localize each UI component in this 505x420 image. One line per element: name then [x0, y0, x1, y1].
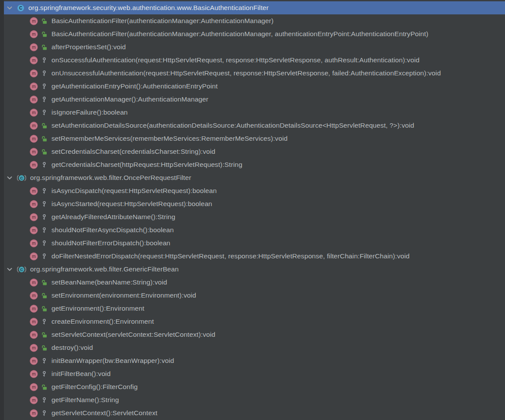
protected-key-icon [41, 240, 48, 247]
svg-text:m: m [32, 71, 36, 76]
tree-method-row[interactable]: monUnsuccessfulAuthentication(request:Ht… [4, 67, 505, 80]
tree-method-row[interactable]: msetCredentialsCharset(credentialsCharse… [4, 145, 505, 158]
svg-text:m: m [32, 306, 36, 311]
method-signature: getServletContext():ServletContext [51, 409, 157, 417]
tree-method-row[interactable]: msetEnvironment(environment:Environment)… [4, 289, 505, 302]
tree-method-row[interactable]: misAsyncStarted(request:HttpServletReque… [4, 197, 505, 210]
protected-key-icon [41, 96, 48, 103]
tree-method-row[interactable]: mshouldNotFilterErrorDispatch():boolean [4, 237, 505, 250]
tree-method-row[interactable]: mdoFilterNestedErrorDispatch(request:Htt… [4, 250, 505, 263]
group-label: org.springframework.security.web.authent… [28, 4, 269, 12]
public-lock-icon [41, 384, 48, 390]
chevron-down-icon[interactable] [6, 265, 14, 273]
tree-method-row[interactable]: mgetFilterConfig():FilterConfig [4, 380, 505, 393]
tree-method-row[interactable]: mshouldNotFilterAsyncDispatch():boolean [4, 224, 505, 237]
tree-method-row[interactable]: msetBeanName(beanName:String):void [4, 276, 505, 289]
protected-key-icon [41, 83, 48, 90]
method-icon: m [30, 318, 38, 326]
class-icon: C [17, 4, 24, 12]
method-signature: setServletContext(servletContext:Servlet… [51, 331, 215, 339]
method-icon: m [30, 43, 38, 51]
tree-method-row[interactable]: mgetCredentialsCharset(httpRequest:HttpS… [4, 158, 505, 171]
method-icon: m [30, 239, 38, 247]
svg-text:m: m [32, 384, 36, 390]
tree-method-row[interactable]: minitBeanWrapper(bw:BeanWrapper):void [4, 354, 505, 367]
tree-method-row[interactable]: mdestroy():void [4, 341, 505, 354]
method-icon: m [30, 396, 38, 404]
tree-group-row[interactable]: Corg.springframework.web.filter.GenericF… [4, 263, 505, 276]
method-signature: getFilterName():String [51, 396, 119, 404]
svg-text:m: m [32, 136, 36, 141]
abstract-class-icon: C [17, 266, 26, 273]
structure-view-panel: Corg.springframework.security.web.authen… [0, 0, 505, 420]
method-icon: m [30, 278, 38, 287]
method-icon: m [30, 383, 38, 391]
method-icon: m [30, 226, 38, 234]
tree-method-row[interactable]: mgetFilterName():String [4, 393, 505, 406]
svg-text:m: m [32, 18, 36, 24]
method-icon: m [30, 344, 38, 352]
public-lock-icon [41, 149, 48, 155]
abstract-class-icon: C [17, 174, 26, 182]
svg-text:C: C [20, 267, 23, 271]
public-lock-icon [41, 44, 48, 51]
method-signature: getCredentialsCharset(httpRequest:HttpSe… [51, 161, 242, 169]
public-lock-icon [41, 332, 48, 338]
tree-group-row[interactable]: Corg.springframework.security.web.authen… [4, 1, 505, 14]
protected-key-icon [41, 188, 48, 194]
public-lock-icon [41, 135, 48, 142]
method-signature: BasicAuthenticationFilter(authentication… [51, 30, 428, 38]
method-icon: m [30, 305, 38, 313]
method-signature: getAuthenticationEntryPoint():Authentica… [51, 82, 218, 90]
method-signature: isAsyncDispatch(request:HttpServletReque… [51, 187, 217, 195]
tree-group-row[interactable]: Corg.springframework.web.filter.OncePerR… [4, 171, 505, 184]
svg-text:m: m [32, 58, 36, 63]
protected-key-icon [41, 227, 48, 234]
tree-method-row[interactable]: mgetServletContext():ServletContext [4, 406, 505, 420]
tree-method-row[interactable]: mgetEnvironment():Environment [4, 302, 505, 315]
method-icon: m [30, 17, 38, 25]
tree-method-row[interactable]: minitFilterBean():void [4, 367, 505, 380]
protected-key-icon [41, 371, 48, 377]
tree-method-row[interactable]: mafterPropertiesSet():void [4, 41, 505, 54]
svg-text:m: m [32, 162, 36, 167]
tree-method-row[interactable]: misAsyncDispatch(request:HttpServletRequ… [4, 184, 505, 197]
public-lock-icon [41, 18, 48, 24]
tree-method-row[interactable]: mgetAuthenticationEntryPoint():Authentic… [4, 80, 505, 93]
protected-key-icon [41, 358, 48, 364]
tree-method-row[interactable]: mBasicAuthenticationFilter(authenticatio… [4, 27, 505, 41]
svg-text:m: m [32, 97, 36, 102]
chevron-down-icon[interactable] [6, 4, 14, 12]
tree-method-row[interactable]: mBasicAuthenticationFilter(authenticatio… [4, 14, 505, 27]
method-icon: m [30, 252, 38, 261]
method-icon: m [30, 187, 38, 195]
chevron-down-icon[interactable] [6, 174, 14, 182]
svg-text:C: C [19, 6, 22, 10]
method-signature: initFilterBean():void [51, 370, 111, 378]
svg-text:m: m [32, 227, 36, 233]
svg-text:m: m [32, 149, 36, 154]
method-icon: m [30, 161, 38, 169]
method-icon: m [30, 82, 38, 91]
tree-method-row[interactable]: msetServletContext(servletContext:Servle… [4, 328, 505, 341]
tree-method-row[interactable]: msetAuthenticationDetailsSource(authenti… [4, 119, 505, 132]
method-signature: shouldNotFilterErrorDispatch():boolean [51, 239, 171, 247]
method-icon: m [30, 331, 38, 339]
svg-text:m: m [32, 345, 36, 350]
tree-method-row[interactable]: msetRememberMeServices(rememberMeService… [4, 132, 505, 145]
protected-key-icon [41, 318, 48, 325]
svg-text:m: m [32, 332, 36, 337]
method-icon: m [30, 56, 38, 64]
group-label: org.springframework.web.filter.OncePerRe… [30, 174, 191, 182]
tree-method-row[interactable]: mgetAlreadyFilteredAttributeName():Strin… [4, 210, 505, 224]
method-icon: m [30, 213, 38, 221]
tree-method-row[interactable]: monSuccessfulAuthentication(request:Http… [4, 54, 505, 67]
svg-text:m: m [32, 397, 36, 403]
method-signature: doFilterNestedErrorDispatch(request:Http… [51, 252, 409, 260]
protected-key-icon [41, 410, 48, 417]
tree-method-row[interactable]: mgetAuthenticationManager():Authenticati… [4, 93, 505, 106]
structure-tree: Corg.springframework.security.web.authen… [4, 1, 505, 420]
tree-method-row[interactable]: mcreateEnvironment():Environment [4, 315, 505, 328]
method-signature: onUnsuccessfulAuthentication(request:Htt… [51, 69, 441, 77]
tree-method-row[interactable]: misIgnoreFailure():boolean [4, 106, 505, 119]
